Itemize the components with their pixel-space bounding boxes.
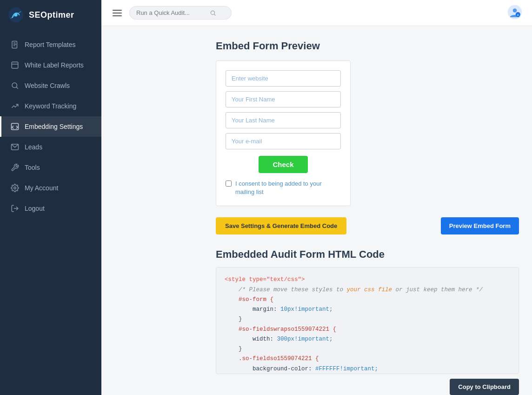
svg-point-14 (211, 11, 214, 14)
topbar-right: + (507, 4, 523, 22)
seoptimer-logo-icon (7, 7, 24, 23)
sidebar-item-embedding-settings[interactable]: Embedding Settings (0, 116, 101, 137)
code-line-2: /* Please move these styles to your css … (225, 285, 510, 295)
copy-to-clipboard-button[interactable]: Copy to Clipboard (450, 379, 519, 395)
main-content: Embed Form Preview Check I consent to be… (203, 26, 532, 395)
email-input[interactable] (226, 133, 341, 149)
code-section-title: Embedded Audit Form HTML Code (216, 248, 519, 261)
hamburger-line-3 (113, 15, 122, 16)
embed-icon (11, 122, 19, 131)
search-icon (210, 10, 216, 16)
svg-rect-6 (12, 62, 18, 68)
website-input[interactable] (226, 70, 341, 87)
code-line-11: border: 1px solid #e3e3e3!important; (225, 374, 510, 375)
copy-row: Copy to Clipboard (216, 379, 519, 395)
logout-icon (11, 204, 19, 213)
sidebar-item-my-account[interactable]: My Account (0, 178, 101, 198)
sidebar-label-keyword-tracking: Keyword Tracking (25, 102, 76, 110)
sidebar-item-logout[interactable]: Logout (0, 198, 101, 219)
code-line-4: margin: 10px!important; (225, 305, 510, 315)
search-input[interactable] (136, 9, 206, 16)
chart-icon (11, 102, 19, 110)
topbar: + (101, 0, 532, 26)
code-line-8: } (225, 344, 510, 354)
sidebar-label-logout: Logout (25, 205, 45, 212)
consent-checkbox[interactable] (226, 181, 232, 187)
user-avatar-icon[interactable]: + (507, 4, 523, 20)
consent-row: I consent to being added to your mailing… (226, 180, 341, 196)
sidebar-item-white-label-reports[interactable]: White Label Reports (0, 55, 101, 75)
hamburger-line-2 (113, 13, 122, 13)
embed-form-preview-box: Check I consent to being added to your m… (216, 60, 351, 206)
svg-point-17 (513, 8, 517, 13)
sidebar-item-leads[interactable]: Leads (0, 137, 101, 157)
code-line-6: #so-fieldswrapso1559074221 { (225, 325, 510, 335)
mail-icon (11, 143, 19, 151)
action-row: Save Settings & Generate Embed Code Prev… (216, 217, 519, 234)
tool-icon (11, 163, 19, 172)
tag-icon (11, 61, 19, 69)
sidebar-item-tools[interactable]: Tools (0, 157, 101, 178)
sidebar-label-my-account: My Account (25, 184, 58, 192)
sidebar-label-white-label-reports: White Label Reports (25, 61, 84, 69)
code-line-7: width: 300px!important; (225, 335, 510, 344)
save-settings-button[interactable]: Save Settings & Generate Embed Code (216, 217, 346, 234)
check-button[interactable]: Check (259, 156, 307, 173)
first-name-input[interactable] (226, 91, 341, 107)
sidebar-logo: SEOptimer (0, 0, 101, 30)
svg-line-9 (16, 87, 18, 88)
sidebar-label-leads: Leads (25, 143, 42, 151)
hamburger-button[interactable] (111, 8, 124, 18)
sidebar-item-website-crawls[interactable]: Website Crawls (0, 75, 101, 96)
code-line-9: .so-fieldso1559074221 { (225, 354, 510, 364)
svg-text:+: + (517, 13, 519, 16)
sidebar-label-embedding-settings: Embedding Settings (25, 123, 83, 130)
svg-line-15 (214, 14, 216, 15)
html-code-block[interactable]: <style type="text/css"> /* Please move t… (216, 267, 519, 374)
sidebar-item-report-templates[interactable]: Report Templates (0, 34, 101, 55)
consent-label: I consent to being added to your mailing… (235, 180, 341, 196)
embed-form-preview-title: Embed Form Preview (216, 40, 519, 52)
sidebar-label-report-templates: Report Templates (25, 41, 75, 48)
code-line-5: } (225, 315, 510, 324)
svg-point-12 (14, 187, 16, 189)
sidebar: SEOptimer Report Templates White Label R… (0, 0, 101, 395)
search-circle-icon (11, 81, 19, 90)
svg-point-8 (12, 83, 17, 88)
sidebar-navigation: Report Templates White Label Reports Web… (0, 34, 101, 395)
sidebar-label-website-crawls: Website Crawls (25, 82, 70, 89)
hamburger-line-1 (113, 10, 122, 11)
last-name-input[interactable] (226, 112, 341, 128)
search-bar[interactable] (129, 6, 232, 20)
gear-icon (11, 184, 19, 192)
sidebar-item-keyword-tracking[interactable]: Keyword Tracking (0, 96, 101, 116)
code-line-1: <style type="text/css"> (225, 275, 510, 285)
logo-text: SEOptimer (29, 10, 74, 20)
preview-embed-form-button[interactable]: Preview Embed Form (441, 217, 519, 234)
code-line-3: #so-form { (225, 295, 510, 305)
sidebar-label-tools: Tools (25, 164, 40, 171)
file-icon (11, 40, 19, 49)
code-line-10: background-color: #FFFFFF!important; (225, 364, 510, 374)
